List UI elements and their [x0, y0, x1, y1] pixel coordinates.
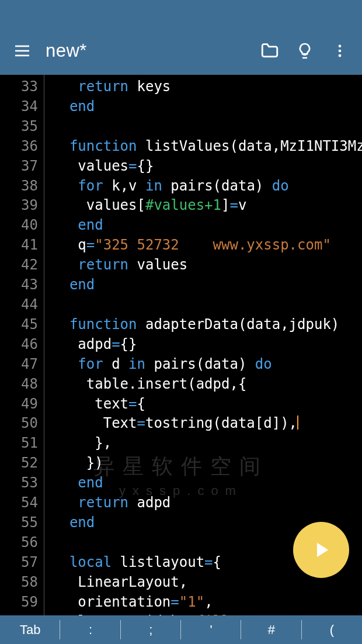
line-number: 49 [0, 394, 38, 414]
line-number: 58 [0, 573, 38, 593]
appbar-actions [253, 34, 356, 67]
code-line[interactable] [53, 295, 362, 315]
code-line[interactable]: values[#values+1]=v [53, 196, 362, 216]
line-number: 48 [0, 375, 38, 394]
line-number: 56 [0, 533, 38, 553]
code-line[interactable]: orientation="1", [53, 593, 362, 612]
code-line[interactable]: end [53, 97, 362, 117]
symbol-key-row: Tab:;'#( [0, 615, 362, 644]
code-line[interactable]: }, [53, 434, 362, 453]
line-number: 43 [0, 275, 38, 295]
line-number: 36 [0, 137, 38, 157]
line-number: 53 [0, 473, 38, 493]
play-icon [309, 538, 333, 562]
code-line[interactable]: end [53, 275, 362, 295]
file-title: new* [39, 40, 253, 61]
svg-point-4 [339, 50, 342, 53]
status-bar [0, 0, 362, 27]
line-number: 39 [0, 196, 38, 216]
line-number: 55 [0, 513, 38, 533]
line-number: 57 [0, 553, 38, 573]
key-'[interactable]: ' [181, 615, 241, 644]
code-line[interactable]: return keys [53, 77, 362, 97]
line-number: 38 [0, 176, 38, 196]
key-tab[interactable]: Tab [0, 615, 60, 644]
code-line[interactable]: values={} [53, 157, 362, 176]
line-number: 44 [0, 295, 38, 315]
menu-button[interactable] [6, 34, 39, 67]
code-line[interactable]: q="325 52732 www.yxssp.com" [53, 236, 362, 255]
run-button[interactable] [293, 522, 349, 578]
overflow-icon [332, 43, 348, 59]
line-number: 45 [0, 315, 38, 335]
code-line[interactable] [53, 117, 362, 137]
line-number: 42 [0, 255, 38, 275]
line-number: 35 [0, 117, 38, 137]
code-line[interactable]: for d in pairs(data) do [53, 355, 362, 375]
open-folder-button[interactable] [253, 34, 286, 67]
overflow-button[interactable] [323, 34, 356, 67]
code-line[interactable]: return values [53, 255, 362, 275]
svg-point-3 [339, 45, 342, 48]
line-number: 51 [0, 434, 38, 453]
code-line[interactable]: end [53, 473, 362, 493]
key-:[interactable]: : [60, 615, 120, 644]
code-line[interactable]: return adpd [53, 493, 362, 513]
code-line[interactable]: end [53, 216, 362, 236]
line-number: 46 [0, 335, 38, 355]
line-number: 33 [0, 77, 38, 97]
code-line[interactable]: }) [53, 453, 362, 473]
line-number-gutter: 3334353637383940414243444546474849505152… [0, 75, 44, 615]
line-number: 40 [0, 216, 38, 236]
line-number: 52 [0, 453, 38, 473]
code-line[interactable]: table.insert(adpd,{ [53, 375, 362, 394]
code-line[interactable]: adpd={} [53, 335, 362, 355]
key-;[interactable]: ; [121, 615, 181, 644]
lightbulb-icon [295, 41, 314, 60]
menu-icon [13, 41, 32, 60]
code-line[interactable]: function adapterData(data,jdpuk) [53, 315, 362, 335]
code-line[interactable]: text={ [53, 394, 362, 414]
code-line[interactable]: for k,v in pairs(data) do [53, 176, 362, 196]
line-number: 37 [0, 157, 38, 176]
code-line[interactable]: Text=tostring(data[d]), [53, 414, 362, 434]
app-bar: new* [0, 27, 362, 75]
key-([interactable]: ( [302, 615, 362, 644]
code-editor[interactable]: 3334353637383940414243444546474849505152… [0, 75, 362, 615]
hint-button[interactable] [288, 34, 321, 67]
line-number: 34 [0, 97, 38, 117]
folder-icon [260, 41, 280, 61]
line-number: 59 [0, 593, 38, 612]
svg-point-5 [339, 54, 342, 57]
app-root: new* 33343536373839404142434445464748495… [0, 0, 362, 644]
line-number: 47 [0, 355, 38, 375]
line-number: 50 [0, 414, 38, 434]
line-number: 54 [0, 493, 38, 513]
line-number: 41 [0, 236, 38, 255]
code-line[interactable]: function listValues(data,MzI1NTI3MzI) [53, 137, 362, 157]
key-#[interactable]: # [241, 615, 301, 644]
